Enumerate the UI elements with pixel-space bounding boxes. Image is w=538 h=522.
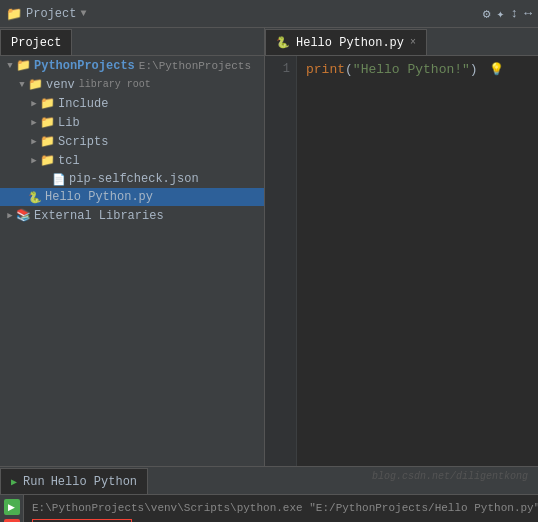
run-sidebar: ▶ ■ ↻ [0, 495, 24, 522]
json-icon: 📄 [52, 173, 66, 186]
code-line-1: print("Hello Python!") 💡 [306, 60, 538, 80]
item-path: E:\PythonProjects [139, 60, 251, 72]
run-output: E:\PythonProjects\venv\Scripts\python.ex… [24, 495, 538, 522]
tree-item-scripts[interactable]: ▶ 📁 Scripts [0, 132, 264, 151]
open-paren: ( [345, 62, 353, 77]
expand-arrow-scripts: ▶ [28, 136, 40, 147]
tab-close-icon[interactable]: × [410, 37, 416, 48]
code-content[interactable]: print("Hello Python!") 💡 [298, 60, 538, 80]
hello-python-label: Hello Python.py [45, 190, 153, 204]
tree-item-hello-python[interactable]: 🐍 Hello Python.py [0, 188, 264, 206]
lib-label: Lib [58, 116, 80, 130]
expand-arrow: ▼ [4, 61, 16, 71]
run-tab[interactable]: ▶ Run Hello Python [0, 468, 148, 494]
expand-arrow-include: ▶ [28, 98, 40, 109]
pip-selfcheck-label: pip-selfcheck.json [69, 172, 199, 186]
print-keyword: print [306, 62, 345, 77]
tree-item-pythonprojects[interactable]: ▼ 📁 PythonProjects E:\PythonProjects [0, 56, 264, 75]
expand-arrow-venv: ▼ [16, 80, 28, 90]
output-result-line: Hello Python! [32, 517, 530, 522]
bottom-panel: ▶ Run Hello Python ▶ ■ ↻ E:\PythonProjec… [0, 466, 538, 522]
tree-item-venv[interactable]: ▼ 📁 venv library root [0, 75, 264, 94]
tree-item-include[interactable]: ▶ 📁 Include [0, 94, 264, 113]
project-tab[interactable]: Project [0, 29, 72, 55]
folder-icon-lib: 📁 [40, 115, 55, 130]
folder-icon-include: 📁 [40, 96, 55, 111]
output-cmd-line: E:\PythonProjects\venv\Scripts\python.ex… [32, 499, 530, 517]
tcl-label: tcl [58, 154, 80, 168]
folder-icon-scripts: 📁 [40, 134, 55, 149]
close-paren: ) [470, 62, 478, 77]
main-area: Project ▼ 📁 PythonProjects E:\PythonProj… [0, 28, 538, 466]
project-tab-label: Project [11, 36, 61, 50]
project-icon: 📁 [6, 6, 22, 22]
folder-icon-venv: 📁 [28, 77, 43, 92]
tree-item-pip-selfcheck[interactable]: 📄 pip-selfcheck.json [0, 170, 264, 188]
project-panel: Project ▼ 📁 PythonProjects E:\PythonProj… [0, 28, 265, 466]
top-toolbar: 📁 Project ▼ ⚙ ✦ ↕ ↔ [0, 0, 538, 28]
line-number-1: 1 [265, 60, 296, 79]
toolbar-dropdown-arrow[interactable]: ▼ [80, 8, 86, 19]
tree-item-tcl[interactable]: ▶ 📁 tcl [0, 151, 264, 170]
bottom-content: ▶ ■ ↻ E:\PythonProjects\venv\Scripts\pyt… [0, 495, 538, 522]
scripts-label: Scripts [58, 135, 108, 149]
string-literal: "Hello Python!" [353, 62, 470, 77]
run-button[interactable]: ▶ [4, 499, 20, 515]
project-tab-bar: Project [0, 28, 264, 56]
expand-arrow-lib: ▶ [28, 117, 40, 128]
watermark: blog.csdn.net/diligentkong [372, 471, 528, 482]
run-tab-label: Run [23, 475, 45, 489]
collapse-icon[interactable]: ↕ [510, 6, 518, 21]
folder-icon: 📁 [16, 58, 31, 73]
include-label: Include [58, 97, 108, 111]
tree-item-external-libs[interactable]: ▶ 📚 External Libraries [0, 206, 264, 225]
venv-label: venv [46, 78, 75, 92]
editor-area: 🐍 Hello Python.py × 1 print("Hello Pytho… [265, 28, 538, 466]
folder-icon-tcl: 📁 [40, 153, 55, 168]
editor-tab-bar: 🐍 Hello Python.py × [265, 28, 538, 56]
code-area: 1 print("Hello Python!") 💡 [265, 56, 538, 466]
run-status-dot: ▶ [11, 476, 17, 488]
scroll-icon[interactable]: ↔ [524, 6, 532, 21]
external-libs-label: External Libraries [34, 209, 164, 223]
run-tab-sublabel: Hello Python [51, 475, 137, 489]
item-label: PythonProjects [34, 59, 135, 73]
tab-py-icon: 🐍 [276, 36, 290, 49]
expand-arrow-extlibs: ▶ [4, 210, 16, 221]
extlibs-icon: 📚 [16, 208, 31, 223]
editor-tab-label: Hello Python.py [296, 36, 404, 50]
expand-arrow-tcl: ▶ [28, 155, 40, 166]
line-numbers: 1 [265, 56, 297, 466]
settings-icon[interactable]: ⚙ [483, 6, 491, 22]
editor-tab-hello-python[interactable]: 🐍 Hello Python.py × [265, 29, 427, 55]
expand-icon[interactable]: ✦ [497, 6, 505, 22]
lightbulb-icon[interactable]: 💡 [489, 61, 504, 80]
py-icon: 🐍 [28, 191, 42, 204]
venv-badge: library root [79, 79, 151, 90]
toolbar-title: Project [26, 7, 76, 21]
tree-item-lib[interactable]: ▶ 📁 Lib [0, 113, 264, 132]
toolbar-icons: ⚙ ✦ ↕ ↔ [483, 6, 532, 22]
